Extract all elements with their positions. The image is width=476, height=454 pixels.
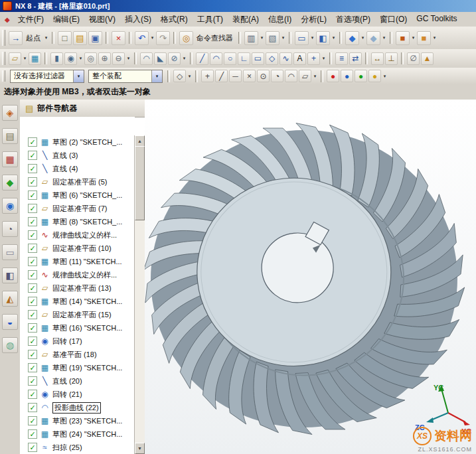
feature-checkbox[interactable]: ✓ <box>28 164 37 173</box>
menu-item-10[interactable]: 首选项(P) <box>331 13 375 27</box>
tree-item[interactable]: ✓▦草图 (2) "SKETCH_... <box>20 135 135 149</box>
snapshot-dropdown[interactable]: ▾ <box>410 35 416 40</box>
render-style-dropdown[interactable]: ▾ <box>381 35 387 40</box>
extrude-icon[interactable]: ▮ <box>50 52 63 65</box>
part-navigator-header[interactable]: ▤ 部件导航器 <box>20 100 145 117</box>
snapshot-icon[interactable]: ■ <box>396 31 410 45</box>
new-file-icon[interactable]: □ <box>58 31 72 45</box>
window-layout-icon[interactable]: ▭ <box>295 31 309 45</box>
manufacturing-wizard-tab-icon[interactable]: ◭ <box>2 291 18 307</box>
feature-checkbox[interactable]: ✓ <box>28 310 37 319</box>
tree-item[interactable]: ✓▦草图 (23) "SKETCH... <box>20 414 135 427</box>
menu-item-2[interactable]: 编辑(E) <box>48 13 84 27</box>
menu-item-11[interactable]: 窗口(O) <box>375 13 412 27</box>
snap-point-icon[interactable]: + <box>201 70 214 82</box>
chamfer-icon[interactable]: ◣ <box>154 52 167 65</box>
dimension-icon[interactable]: ↔ <box>371 52 384 65</box>
menu-item-5[interactable]: 格式(R) <box>156 13 193 27</box>
menu-item-12[interactable]: GC Toolkits <box>412 13 461 27</box>
snap-intersection-icon[interactable]: × <box>243 70 256 82</box>
selection-scope-combo[interactable]: 整个装配▾ <box>88 70 163 83</box>
tree-item[interactable]: ✓▱固定基准平面 (13) <box>20 281 135 295</box>
tree-item[interactable]: ✓▱固定基准平面 (5) <box>20 175 135 189</box>
tree-item[interactable]: ✓◠投影曲线 (22) <box>20 401 135 414</box>
selection-dropdown[interactable]: ▾ <box>187 74 193 79</box>
redo-icon[interactable]: ↷ <box>156 31 170 45</box>
feature-checkbox[interactable]: ✓ <box>28 443 37 452</box>
tree-item[interactable]: ✓╲直线 (4) <box>20 162 135 175</box>
rectangle-icon[interactable]: ▭ <box>252 52 264 65</box>
tree-item[interactable]: ✓▱固定基准平面 (7) <box>20 202 135 215</box>
mirror-curve-icon[interactable]: ⇄ <box>349 52 362 65</box>
snap-midpoint-icon[interactable]: ─ <box>229 70 242 82</box>
scrollbar-thumb[interactable] <box>135 146 145 220</box>
feature-checkbox[interactable]: ✓ <box>28 350 37 359</box>
shaded-view-icon[interactable]: ◆ <box>366 31 380 45</box>
feature-checkbox[interactable]: ✓ <box>28 429 37 439</box>
feature-checkbox[interactable]: ✓ <box>28 177 37 187</box>
undo-dropdown[interactable]: ▾ <box>149 35 155 40</box>
view-orient-dropdown[interactable]: ▾ <box>360 35 366 40</box>
tree-item[interactable]: ✓▦草图 (24) "SKETCH... <box>20 427 135 441</box>
analysis-icon[interactable]: ▲ <box>421 52 434 65</box>
trim-body-icon[interactable]: ⊘ <box>168 52 181 65</box>
profile-icon[interactable]: ∟ <box>238 52 250 65</box>
feature-checkbox[interactable]: ✓ <box>28 416 37 425</box>
window-layout-dropdown[interactable]: ▾ <box>309 35 315 40</box>
assembly-navigator-tab-icon[interactable]: ◈ <box>2 105 18 121</box>
feature-checkbox[interactable]: ✓ <box>28 244 37 253</box>
system-materials-tab-icon[interactable]: ▭ <box>2 244 18 260</box>
menu-item-3[interactable]: 视图(V) <box>84 13 120 27</box>
display-mode-icon[interactable]: ◧ <box>316 31 330 45</box>
tree-item[interactable]: ✓╲直线 (3) <box>20 149 135 162</box>
revolve-icon[interactable]: ◉ <box>64 52 77 65</box>
snap-face-icon[interactable]: ▱ <box>299 70 311 82</box>
copy-display-icon[interactable]: ▥ <box>244 31 258 45</box>
snap-quadrant-icon[interactable]: ◔ <box>271 70 283 82</box>
point-dialog-icon[interactable]: ● <box>355 70 367 82</box>
feature-checkbox[interactable]: ✓ <box>28 337 37 346</box>
wcs-dynamics-icon[interactable]: ● <box>327 70 339 82</box>
feature-checkbox[interactable]: ✓ <box>28 376 37 386</box>
reuse-library-tab-icon[interactable]: ◆ <box>2 175 18 190</box>
datum-csys-icon[interactable]: ● <box>341 70 353 82</box>
unite-icon[interactable]: ⊕ <box>98 52 111 65</box>
tree-item[interactable]: ✓▦草图 (14) "SKETCH... <box>20 295 135 308</box>
tree-item[interactable]: ✓▦草图 (16) "SKETCH... <box>20 321 135 335</box>
offset-curve-icon[interactable]: ≡ <box>335 52 348 65</box>
menu-item-7[interactable]: 装配(A) <box>228 13 264 27</box>
constraint-navigator-tab-icon[interactable]: ▤ <box>2 128 18 144</box>
internet-explorer-tab-icon[interactable]: ◉ <box>2 198 18 214</box>
selection-filter-combo-arrow-icon[interactable]: ▾ <box>73 70 84 82</box>
hole-icon[interactable]: ◎ <box>84 52 97 65</box>
line-icon[interactable]: ╱ <box>196 52 208 65</box>
menu-item-8[interactable]: 信息(I) <box>264 13 296 27</box>
menu-item-4[interactable]: 插入(S) <box>120 13 156 27</box>
move-object-dropdown[interactable]: ▾ <box>432 35 437 40</box>
feature-checkbox[interactable]: ✓ <box>28 403 37 412</box>
tree-item[interactable]: ✓╲直线 (20) <box>20 374 135 388</box>
feature-checkbox[interactable]: ✓ <box>28 217 37 226</box>
process-studio-tab-icon[interactable]: ◧ <box>2 267 18 283</box>
isometric-view-icon[interactable]: ◆ <box>345 31 359 45</box>
history-tab-icon[interactable]: ◔ <box>2 221 18 237</box>
datum-plane-icon[interactable]: ▱ <box>9 52 21 65</box>
snap-dropdown[interactable]: ▾ <box>312 74 318 79</box>
snap-arc-center-icon[interactable]: ⊙ <box>257 70 270 82</box>
copy-display-dropdown[interactable]: ▾ <box>259 35 265 40</box>
tree-scrollbar[interactable]: ▲ ▼ <box>134 135 145 454</box>
feature-dropdown[interactable]: ▾ <box>78 56 84 61</box>
tree-item[interactable]: ✓∿规律曲线定义的样... <box>20 228 135 242</box>
tree-item[interactable]: ✓▦草图 (8) "SKETCH_... <box>20 215 135 228</box>
paste-icon[interactable]: ▧ <box>266 31 279 45</box>
selection-scope-combo-arrow-icon[interactable]: ▾ <box>151 70 162 82</box>
tree-item[interactable]: ✓▱固定基准平面 (10) <box>20 242 135 255</box>
snap-tangent-icon[interactable]: ◠ <box>285 70 297 82</box>
feature-checkbox[interactable]: ✓ <box>28 283 37 293</box>
feature-checkbox[interactable]: ✓ <box>28 137 37 147</box>
tree-item[interactable]: ✓∿规律曲线定义的样... <box>20 268 135 281</box>
feature-checkbox[interactable]: ✓ <box>28 297 37 306</box>
feature-checkbox[interactable]: ✓ <box>28 270 37 279</box>
general-selection-icon[interactable]: ◇ <box>173 70 186 82</box>
more-tools-dropdown[interactable]: ▾ <box>382 74 388 79</box>
